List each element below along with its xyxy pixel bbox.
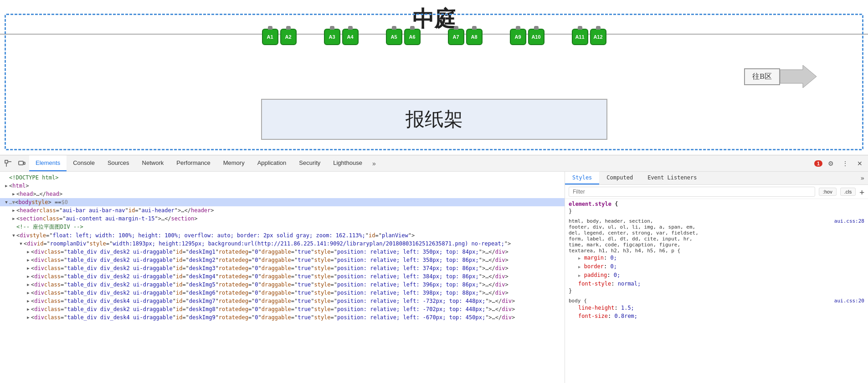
triangle-roomplan[interactable]: ▼: [18, 241, 24, 246]
add-style-rule-button[interactable]: +: [859, 187, 864, 197]
body-rule: aui.css:20 body { line-height: 1.5; font…: [569, 298, 864, 320]
seat-a7[interactable]: A7: [448, 29, 464, 45]
triangle-html[interactable]: ▶: [4, 184, 9, 188]
seat-group-5: A9 A10: [510, 29, 544, 45]
svg-rect-1: [5, 160, 8, 163]
triangle-desk2[interactable]: ▶: [26, 258, 31, 262]
tree-line-desk2[interactable]: ▶ <div class="table_div div_desk2 ui-dra…: [0, 256, 565, 264]
triangle-header[interactable]: ▶: [11, 208, 16, 213]
seat-a2[interactable]: A2: [280, 29, 297, 45]
error-badge: 1: [814, 160, 822, 167]
svg-rect-5: [24, 162, 25, 164]
tab-console[interactable]: Console: [67, 155, 101, 171]
tab-network[interactable]: Network: [136, 155, 170, 171]
svg-marker-0: [780, 65, 817, 88]
seat-a5[interactable]: A5: [386, 29, 402, 45]
devtools-toolbar: Elements Console Sources Network Perform…: [0, 155, 868, 172]
tree-line-desk5[interactable]: ▶ <div class="table_div div_desk2 ui-dra…: [0, 281, 565, 289]
tree-line-roomplan[interactable]: ▼ <div id="roomplanDiv" style="width:189…: [0, 240, 565, 248]
tree-line-desk3[interactable]: ▶ <div class="table_div div_desk2 ui-dra…: [0, 264, 565, 272]
body-rule-body: line-height: 1.5; font-size: 0.8rem;: [569, 304, 864, 320]
triangle-section[interactable]: ▶: [11, 216, 16, 221]
border-prop: ▶ border: 0;: [571, 262, 864, 271]
seat-a4[interactable]: A4: [342, 29, 359, 45]
triangle-desk6[interactable]: ▶: [26, 291, 31, 295]
newspaper-rack: 报纸架: [261, 99, 607, 140]
tab-styles[interactable]: Styles: [565, 172, 599, 184]
triangle-head[interactable]: ▶: [11, 192, 16, 196]
settings-button[interactable]: ⚙: [824, 157, 837, 170]
tree-line-planview[interactable]: ▼ <div style="float: left; width: 100%; …: [0, 231, 565, 240]
tree-line-head[interactable]: ▶ <head>…</head>: [0, 190, 565, 198]
device-toolbar-button[interactable]: [15, 157, 28, 170]
tree-line-comment[interactable]: <!-- 座位平面图DIV -->: [0, 223, 565, 231]
tree-line-html[interactable]: ▶ <html>: [0, 182, 565, 190]
tree-line-desk6[interactable]: ▶ <div class="table_div div_desk2 ui-dra…: [0, 289, 565, 297]
tab-application[interactable]: Application: [251, 155, 293, 171]
triangle-planview[interactable]: ▼: [11, 233, 16, 238]
tab-computed[interactable]: Computed: [599, 172, 640, 184]
tree-line-body[interactable]: ▼ …▼ <body style> == $0: [0, 198, 565, 206]
html-body-rule-header: aui.css:28 html, body, header, section, …: [569, 218, 864, 254]
seat-group-1: A1 A2: [262, 29, 297, 45]
inspect-element-button[interactable]: [2, 157, 15, 170]
page-preview: 中庭 A1 A2 A3 A4 A5 A6 A7 A8: [0, 0, 868, 155]
tab-sources[interactable]: Sources: [101, 155, 136, 171]
hov-button[interactable]: :hov: [819, 188, 837, 196]
tree-line-desk8[interactable]: ▶ <div class="table_div div_desk2 ui-dra…: [0, 305, 565, 313]
padding-prop: ▶ padding: 0;: [571, 271, 864, 280]
triangle-desk9[interactable]: ▶: [26, 315, 31, 320]
triangle-desk3[interactable]: ▶: [26, 266, 31, 271]
tree-line-desk1[interactable]: ▶ <div class="table_div div_desk2 ui-dra…: [0, 248, 565, 256]
html-panel: <!DOCTYPE html> ▶ <html> ▶ <head>…</head…: [0, 172, 565, 383]
tab-memory[interactable]: Memory: [217, 155, 251, 171]
seat-a6[interactable]: A6: [404, 29, 421, 45]
triangle-desk1[interactable]: ▶: [26, 250, 31, 254]
tree-line-desk9[interactable]: ▶ <div class="table_div div_desk4 ui-dra…: [0, 313, 565, 322]
arrow-label: 往B区: [744, 68, 780, 85]
triangle-body[interactable]: ▼: [4, 200, 9, 204]
line-height-prop: line-height: 1.5;: [571, 304, 864, 312]
html-body-rule-body: ▶ margin: 0; ▶ border: 0; ▶ padding: 0;: [569, 254, 864, 288]
tabs-more-button[interactable]: »: [369, 160, 380, 167]
tab-performance[interactable]: Performance: [170, 155, 216, 171]
tree-line-doctype[interactable]: <!DOCTYPE html>: [0, 174, 565, 182]
font-style-prop: font-style: normal;: [571, 280, 864, 288]
triangle-desk7[interactable]: ▶: [26, 299, 31, 303]
seat-a9[interactable]: A9: [510, 29, 526, 45]
dashed-border: A1 A2 A3 A4 A5 A6 A7 A8 A9 A10: [5, 14, 863, 150]
styles-tabs-more[interactable]: »: [857, 172, 868, 184]
seat-group-2: A3 A4: [324, 29, 359, 45]
tab-elements[interactable]: Elements: [29, 155, 67, 171]
seat-a12[interactable]: A12: [590, 29, 606, 45]
styles-tabs: Styles Computed Event Listeners »: [565, 172, 868, 185]
seat-a10[interactable]: A10: [528, 29, 544, 45]
seat-a8[interactable]: A8: [466, 29, 483, 45]
arrow-area: 往B区: [744, 65, 817, 88]
more-options-button[interactable]: ⋮: [839, 157, 852, 170]
triangle-desk8[interactable]: ▶: [26, 307, 31, 312]
tree-line-header[interactable]: ▶ <header class="aui-bar aui-bar-nav" id…: [0, 206, 565, 214]
styles-filter-input[interactable]: [569, 187, 815, 197]
seat-a1[interactable]: A1: [262, 29, 278, 45]
element-style-selector: element.style {: [569, 201, 864, 207]
html-tree[interactable]: <!DOCTYPE html> ▶ <html> ▶ <head>…</head…: [0, 172, 565, 383]
tab-security[interactable]: Security: [293, 155, 327, 171]
cls-button[interactable]: .cls: [840, 188, 856, 196]
close-devtools-button[interactable]: ✕: [853, 157, 866, 170]
html-body-rule-source: aui.css:28: [834, 218, 864, 224]
devtools-main: <!DOCTYPE html> ▶ <html> ▶ <head>…</head…: [0, 172, 868, 383]
tree-line-desk4[interactable]: ▶ <div class="table_div div_desk2 ui-dra…: [0, 272, 565, 281]
tree-line-desk7[interactable]: ▶ <div class="table_div div_desk4 ui-dra…: [0, 297, 565, 305]
margin-prop: ▶ margin: 0;: [571, 254, 864, 262]
triangle-desk4[interactable]: ▶: [26, 274, 31, 279]
tree-line-section[interactable]: ▶ <section class="aui-content aui-margin…: [0, 214, 565, 223]
tab-event-listeners[interactable]: Event Listeners: [640, 172, 704, 184]
seats-row: A1 A2 A3 A4 A5 A6 A7 A8 A9 A10: [6, 29, 862, 45]
devtools-tabs: Elements Console Sources Network Perform…: [29, 155, 814, 171]
triangle-desk5[interactable]: ▶: [26, 282, 31, 287]
html-body-rule: aui.css:28 html, body, header, section, …: [569, 218, 864, 294]
tab-lighthouse[interactable]: Lighthouse: [327, 155, 369, 171]
seat-a3[interactable]: A3: [324, 29, 340, 45]
seat-a11[interactable]: A11: [572, 29, 588, 45]
